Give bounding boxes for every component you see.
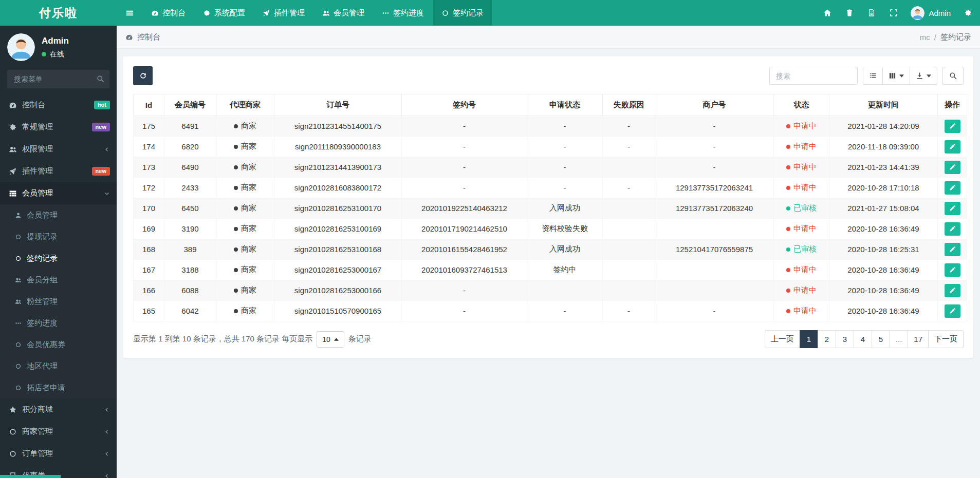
home-button[interactable] bbox=[816, 0, 838, 26]
cell-agent: 商家 bbox=[216, 219, 274, 239]
chevron-down-icon bbox=[104, 190, 110, 197]
table-search-input[interactable] bbox=[769, 67, 858, 85]
sidebar-link-7[interactable]: 订单管理 bbox=[0, 443, 117, 465]
sidebar-submenu: 会员管理提现记录签约记录会员分组粉丝管理签约进度会员优惠券地区代理拓店者申请 bbox=[0, 204, 117, 398]
page-button-3[interactable]: 3 bbox=[836, 330, 854, 348]
download-icon bbox=[916, 72, 923, 80]
chevron-left-icon bbox=[104, 146, 110, 152]
cell-sign-no: - bbox=[402, 157, 527, 178]
status-badge: 申请中 bbox=[786, 183, 817, 192]
topnav-item-label: 签约记录 bbox=[453, 8, 484, 18]
menu-search-input[interactable] bbox=[7, 69, 110, 89]
next-page-button[interactable]: 下一页 bbox=[928, 330, 964, 348]
refresh-button[interactable] bbox=[133, 66, 153, 85]
cell-merchant-no: 129137735172063241 bbox=[655, 178, 774, 198]
topnav-item-4[interactable]: 会员管理 bbox=[313, 0, 373, 26]
circle-icon bbox=[15, 255, 22, 262]
search-button[interactable] bbox=[942, 67, 964, 85]
cell-status: 申请中 bbox=[774, 280, 829, 301]
rocket-icon bbox=[9, 167, 17, 176]
pagination-item: 1 bbox=[800, 330, 818, 348]
sidebar-link-2[interactable]: 权限管理 bbox=[0, 138, 117, 160]
avatar[interactable] bbox=[7, 33, 35, 61]
breadcrumb-section[interactable]: 控制台 bbox=[125, 32, 160, 42]
sidebar-sublink-4-6[interactable]: 会员优惠券 bbox=[0, 334, 117, 355]
sidebar-sublink-4-2[interactable]: 签约记录 bbox=[0, 247, 117, 269]
edit-button[interactable] bbox=[945, 222, 960, 236]
sidebar-toggle-button[interactable] bbox=[117, 0, 142, 26]
sidebar-sublink-4-1[interactable]: 提现记录 bbox=[0, 226, 117, 247]
cell-updated: 2020-10-28 16:36:49 bbox=[829, 219, 938, 239]
trash-button[interactable] bbox=[838, 0, 860, 26]
page-button-1[interactable]: 1 bbox=[800, 330, 818, 348]
refresh-icon bbox=[139, 72, 147, 80]
document-button[interactable] bbox=[860, 0, 882, 26]
sidebar-subitem-label: 提现记录 bbox=[27, 232, 58, 242]
sidebar-sublink-4-0[interactable]: 会员管理 bbox=[0, 204, 117, 226]
edit-button[interactable] bbox=[945, 304, 960, 318]
sidebar-link-1[interactable]: 常规管理new bbox=[0, 116, 117, 138]
sidebar-sublink-4-4[interactable]: 粉丝管理 bbox=[0, 291, 117, 312]
page-button-2[interactable]: 2 bbox=[818, 330, 836, 348]
sidebar-sublink-4-8[interactable]: 拓店者申请 bbox=[0, 377, 117, 398]
sidebar-sublink-4-3[interactable]: 会员分组 bbox=[0, 269, 117, 291]
sidebar-sublink-4-5[interactable]: 签约进度 bbox=[0, 312, 117, 334]
brand-logo[interactable]: 付乐啦 bbox=[0, 0, 117, 26]
sidebar-link-3[interactable]: 插件管理new bbox=[0, 160, 117, 182]
export-button[interactable] bbox=[910, 67, 937, 85]
cell-id: 172 bbox=[134, 178, 164, 198]
edit-button[interactable] bbox=[945, 284, 960, 297]
topnav-item-3[interactable]: 插件管理 bbox=[254, 0, 313, 26]
edit-button[interactable] bbox=[945, 181, 960, 195]
status-dot-icon bbox=[786, 165, 790, 169]
status-badge: 申请中 bbox=[786, 162, 817, 171]
status-dot-icon bbox=[786, 206, 790, 211]
cell-status: 已审核 bbox=[774, 198, 829, 219]
user-menu[interactable]: Admin bbox=[904, 6, 957, 20]
settings-button[interactable] bbox=[957, 0, 979, 26]
sidebar-link-5[interactable]: 积分商城 bbox=[0, 398, 117, 420]
prev-page-button[interactable]: 上一页 bbox=[765, 330, 800, 348]
edit-button[interactable] bbox=[945, 243, 960, 256]
page-button-17[interactable]: 17 bbox=[908, 330, 929, 348]
column-header-9: 更新时间 bbox=[829, 94, 938, 116]
sidebar-item-label: 会员管理 bbox=[22, 188, 99, 198]
ellipsis-icon bbox=[15, 320, 22, 327]
sidebar-link-4[interactable]: 会员管理 bbox=[0, 182, 117, 204]
edit-button[interactable] bbox=[945, 120, 960, 133]
edit-button[interactable] bbox=[945, 202, 960, 215]
agent-label: 商家 bbox=[241, 121, 256, 130]
caret-up-icon bbox=[334, 338, 339, 341]
topnav-item-2[interactable]: 系统配置 bbox=[194, 0, 254, 26]
cell-updated: 2020-10-28 16:36:49 bbox=[829, 280, 938, 301]
cell-member-no: 6490 bbox=[164, 157, 216, 178]
cell-actions bbox=[938, 198, 967, 219]
edit-button[interactable] bbox=[945, 140, 960, 154]
topnav-item-1[interactable]: 控制台 bbox=[142, 0, 194, 26]
users-icon bbox=[322, 9, 330, 17]
page-button-5[interactable]: 5 bbox=[872, 330, 890, 348]
breadcrumb-parent[interactable]: mc bbox=[920, 33, 930, 42]
sidebar-subitem-label: 会员分组 bbox=[27, 275, 58, 285]
pagination-item: 上一页 bbox=[765, 330, 800, 348]
sidebar-scrollbar-thumb[interactable] bbox=[0, 475, 61, 478]
fullscreen-button[interactable] bbox=[882, 0, 904, 26]
page-size-select[interactable]: 10 bbox=[317, 331, 344, 348]
toggle-view-button[interactable] bbox=[863, 67, 883, 85]
circle-icon bbox=[9, 428, 17, 436]
sidebar-link-6[interactable]: 商家管理 bbox=[0, 420, 117, 443]
cell-updated: 2021-01-27 15:08:04 bbox=[829, 198, 938, 219]
edit-button[interactable] bbox=[945, 263, 960, 277]
topnav-item-5[interactable]: 签约进度 bbox=[373, 0, 433, 26]
status-badge: 申请中 bbox=[786, 306, 817, 315]
columns-button[interactable] bbox=[883, 67, 910, 85]
sidebar-link-0[interactable]: 控制台hot bbox=[0, 94, 117, 116]
topnav-item-6[interactable]: 签约记录 bbox=[433, 0, 492, 26]
status-label: 申请中 bbox=[793, 224, 817, 233]
cell-sign-no: - bbox=[402, 178, 527, 198]
cell-merchant-no bbox=[655, 260, 774, 280]
sidebar-sublink-4-7[interactable]: 地区代理 bbox=[0, 355, 117, 377]
edit-button[interactable] bbox=[945, 161, 960, 174]
page-button-4[interactable]: 4 bbox=[854, 330, 872, 348]
status-label: 已审核 bbox=[793, 244, 817, 253]
